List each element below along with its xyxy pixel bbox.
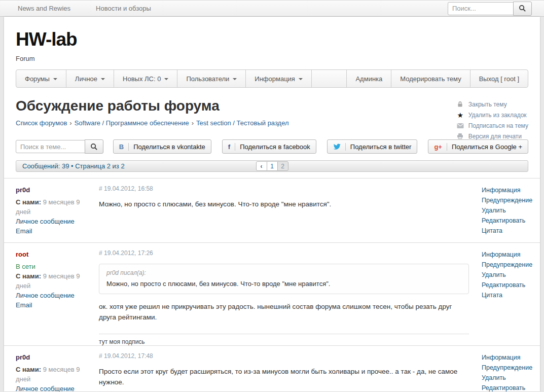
post-action-info[interactable]: Информация [482, 250, 540, 260]
vkontakte-icon: В [119, 143, 128, 151]
posts-count-summary: Сообщений: 39 • Страница 2 из 2 [22, 162, 125, 170]
share-buttons: В Поделиться в vkontakte f Поделиться в … [113, 139, 528, 154]
quote-text: Можно, но просто с плюсами, без минусов.… [106, 280, 461, 288]
lock-icon [456, 101, 464, 108]
pagination-page-2[interactable]: 2 [277, 161, 288, 171]
post-actions: Информация Предупреждение Удалить Редакт… [471, 250, 540, 345]
breadcrumb: Список форумов›Software / Программное об… [16, 119, 528, 127]
nav-users[interactable]: Пользователи [177, 70, 246, 87]
forum-post: pr0d С нами: 9 месяцев 9 дней Личное соо… [4, 345, 540, 391]
post-action-warn[interactable]: Предупреждение [482, 363, 540, 373]
topic-search-button[interactable] [85, 139, 103, 154]
post-date[interactable]: # 19.04.2012, 16:58 [99, 185, 469, 192]
share-facebook-button[interactable]: f Поделиться в facebook [222, 139, 316, 154]
top-bar: News and Rewies Новости и обзоры [0, 0, 544, 17]
subscribe-topic-link[interactable]: Подписаться на тему [456, 120, 528, 131]
printer-icon [456, 133, 464, 139]
chevron-down-icon [101, 78, 105, 80]
post-author[interactable]: root [16, 250, 94, 259]
nav-admin[interactable]: Админка [346, 70, 391, 87]
pagination-bar: Сообщений: 39 • Страница 2 из 2 ‹ 1 2 [16, 160, 528, 172]
breadcrumb-separator: › [67, 119, 74, 127]
envelope-icon [456, 123, 464, 129]
topbar-link-news-en[interactable]: News and Rewies [5, 5, 83, 12]
search-icon [519, 5, 526, 12]
post-action-delete[interactable]: Удалить [482, 373, 540, 383]
share-vkontakte-button[interactable]: В Поделиться в vkontakte [113, 139, 211, 154]
post-content-cell: # 19.04.2012, 17:48 Просто если этот кру… [99, 352, 471, 391]
post-author[interactable]: pr0d [16, 352, 94, 362]
google-plus-icon: g+ [434, 143, 447, 151]
topic-toolbar: В Поделиться в vkontakte f Поделиться в … [16, 139, 528, 154]
chevron-down-icon [299, 78, 303, 80]
share-twitter-button[interactable]: Поделиться в twitter [327, 139, 418, 154]
forum-post: root В сети С нами: 9 месяцев 9 дней Лич… [4, 242, 540, 345]
post-action-quote[interactable]: Цитата [482, 290, 540, 300]
nav-forums[interactable]: Форумы [16, 70, 66, 87]
nav-logout[interactable]: Выход [ root ] [470, 70, 528, 87]
post-action-edit[interactable]: Редактировать [482, 280, 540, 290]
topic-search [16, 139, 103, 154]
post-author[interactable]: pr0d [16, 185, 94, 195]
post-action-delete[interactable]: Удалить [482, 270, 540, 280]
page-title: Обсуждение работы форума [16, 98, 528, 114]
post-action-quote[interactable]: Цитата [482, 226, 540, 236]
nav-new-pm[interactable]: Новых ЛС: 0 [114, 70, 177, 87]
post-author-cell: pr0d С нами: 9 месяцев 9 дней Личное соо… [16, 352, 99, 391]
site-logo[interactable]: HW-lab [16, 29, 528, 50]
topic-tools: Закрыть тему ★Удалить из закладок Подпис… [456, 99, 528, 141]
post-action-info[interactable]: Информация [482, 352, 540, 363]
topbar-link-news-ru[interactable]: Новости и обзоры [83, 5, 164, 12]
post-date[interactable]: # 19.04.2012, 17:26 [99, 250, 469, 257]
chevron-down-icon [164, 78, 168, 80]
pagination-page-1[interactable]: 1 [267, 161, 278, 171]
post-action-edit[interactable]: Редактировать [482, 216, 540, 226]
pagination-prev-button[interactable]: ‹ [256, 161, 267, 171]
private-message-link[interactable]: Личное сообщение [16, 384, 94, 391]
breadcrumb-software-section[interactable]: Software / Программное обеспечение [75, 119, 189, 127]
post-body: Просто если этот круг будет расширяться,… [99, 367, 469, 388]
quote-author: pr0d писал(а): [106, 269, 461, 276]
remove-bookmark-link[interactable]: ★Удалить из закладок [456, 110, 528, 120]
facebook-icon: f [228, 143, 235, 151]
joined-line: С нами: 9 месяцев 9 дней [16, 271, 94, 291]
post-date[interactable]: # 19.04.2012, 17:48 [99, 352, 469, 360]
breadcrumb-separator: › [189, 119, 196, 127]
chevron-down-icon [233, 78, 237, 80]
nav-information[interactable]: Информация [246, 70, 312, 87]
private-message-link[interactable]: Личное сообщение [16, 217, 94, 226]
breadcrumb-forum-list[interactable]: Список форумов [16, 119, 67, 127]
post-action-warn[interactable]: Предупреждение [482, 195, 540, 205]
email-link[interactable]: Email [16, 226, 94, 236]
site-search-button[interactable] [513, 2, 532, 16]
breadcrumb-test-section[interactable]: Test section / Тестовый раздел [196, 119, 289, 127]
post-content-cell: # 19.04.2012, 16:58 Можно, но просто с п… [99, 185, 471, 242]
private-message-link[interactable]: Личное сообщение [16, 291, 94, 300]
chevron-down-icon [53, 78, 57, 80]
nav-spacer [312, 70, 347, 87]
post-action-warn[interactable]: Предупреждение [482, 260, 540, 270]
email-link[interactable]: Email [16, 300, 94, 310]
online-status: В сети [16, 262, 94, 271]
site-search-input[interactable] [448, 2, 514, 15]
post-actions: Информация Предупреждение Удалить Редакт… [471, 185, 540, 242]
post-author-cell: pr0d С нами: 9 месяцев 9 дней Личное соо… [16, 185, 99, 242]
post-action-edit[interactable]: Редактировать [482, 383, 540, 391]
nav-moderate-topic[interactable]: Модерировать тему [391, 70, 469, 87]
joined-line: С нами: 9 месяцев 9 дней [16, 197, 94, 217]
site-search [448, 2, 532, 16]
twitter-bird-icon [333, 144, 345, 150]
nav-personal[interactable]: Личное [66, 70, 114, 87]
post-author-cell: root В сети С нами: 9 месяцев 9 дней Лич… [16, 250, 99, 345]
post-content-cell: # 19.04.2012, 17:26 pr0d писал(а): Можно… [99, 250, 471, 345]
post-action-info[interactable]: Информация [482, 185, 540, 195]
post-actions: Информация Предупреждение Удалить Редакт… [471, 352, 540, 391]
share-google-plus-button[interactable]: g+ Поделиться в Google + [428, 139, 528, 154]
close-topic-link[interactable]: Закрыть тему [456, 99, 528, 110]
post-action-delete[interactable]: Удалить [482, 205, 540, 216]
print-version-link[interactable]: Версия для печати [456, 131, 528, 141]
forum-post: pr0d С нами: 9 месяцев 9 дней Личное соо… [4, 178, 540, 242]
main-navbar: Форумы Личное Новых ЛС: 0 Пользователи И… [16, 69, 528, 88]
post-list: pr0d С нами: 9 месяцев 9 дней Личное соо… [4, 178, 540, 391]
topic-search-input[interactable] [16, 140, 85, 153]
